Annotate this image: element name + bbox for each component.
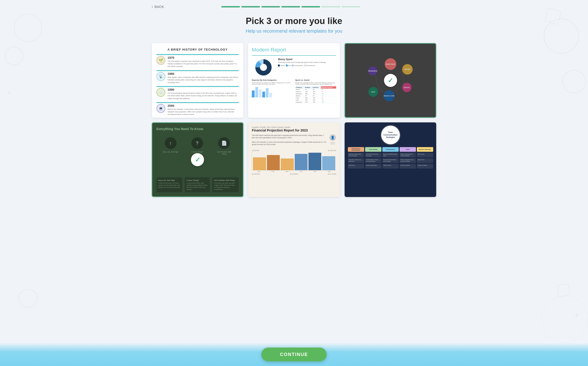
progress-seg-2 (241, 6, 260, 8)
card-tech-history-title: A BRIEF HISTORY OF TECHNOLOGY (156, 48, 239, 51)
top-bar: ‹ BACK (152, 0, 436, 11)
col-body-performance-3: Build teams (348, 164, 364, 168)
bar-5 (266, 88, 269, 98)
modern-report-title: Modern Report (252, 47, 336, 53)
desc-1980: After Apple, other companies like IBM st… (168, 76, 239, 84)
col-header-tools: Tools (400, 147, 416, 152)
col-body-performance-2: Give direct code for top performers (348, 158, 364, 163)
year-2021: 2021 (299, 171, 302, 172)
spent-saved-section: Spent vs. Saved Budget was originally $1… (295, 79, 336, 103)
timeline-item-1970: 🌱 1970 The first Apple computer was rele… (156, 56, 239, 68)
team-comm-columns: Performance Expectations Celebrate achie… (348, 147, 433, 168)
report-divider (252, 55, 336, 56)
financial-person-label: Annual Report (329, 142, 336, 145)
financial-amount-labels: $1,048,919 $1,153,843 $1,174,509 (252, 173, 336, 175)
money-spent-title: Money Spent (278, 58, 336, 61)
teal-strip-1 (156, 54, 239, 55)
col-body-performance-1: Celebrate achievements and core values (348, 153, 364, 157)
year-2020: 2020 (285, 171, 288, 172)
progress-seg-4 (281, 6, 300, 8)
col-header-performance: Performance Expectations (348, 147, 364, 152)
financial-studio: Graphic Gorilla The Online Design Studio (252, 126, 336, 129)
financial-header: Graphic Gorilla The Online Design Studio… (252, 126, 336, 132)
col-body-goal-1: Set both short and long-term goals (365, 153, 382, 157)
bar-4 (262, 92, 265, 98)
expense-sub-chart: Expense By Sub-Categories Total expenses… (252, 79, 293, 103)
team-comm-center-area: TeamCommunicationStrategies (348, 126, 433, 144)
bottom-bar: CONTINUE (0, 343, 588, 366)
col-body-trans-3: Traffic monitors (382, 164, 399, 168)
amount-2020: $1,174,509 (328, 173, 336, 175)
timeline-icon-1990: ☁️ (156, 88, 165, 97)
year-2022: 2022 (313, 171, 317, 172)
bar-3 (259, 89, 262, 98)
page-subtitle: Help us recommend relevant templates for… (152, 28, 436, 34)
progress-seg-6 (321, 6, 340, 8)
fin-bar-2020 (281, 159, 294, 170)
year-1990: 1990 (168, 88, 239, 92)
financial-bar-chart (252, 152, 336, 170)
col-tools: Tools Rollout managing tools: Google Han… (400, 147, 416, 168)
progress-bar (221, 6, 360, 8)
desc-1990: The technological advancements made in t… (168, 92, 239, 100)
progress-seg-3 (261, 6, 280, 8)
expense-sub-desc: Total expenses are broken into different… (252, 82, 293, 85)
design-thinking-checkmark-overlay: ✓ (344, 43, 436, 118)
col-body-meetings-2: Start on time (417, 158, 433, 163)
continue-button[interactable]: CONTINUE (261, 348, 327, 361)
col-header-meetings: Effective Meetings (417, 147, 433, 152)
team-comm-main-circle: TeamCommunicationStrategies (381, 126, 400, 144)
card-tech-history-inner: A BRIEF HISTORY OF TECHNOLOGY 🌱 1970 The… (152, 43, 244, 118)
progress-seg-7 (342, 6, 360, 8)
template-card-everything[interactable]: Everything You Need To Know ↑ Buy Low, S… (152, 122, 244, 197)
template-card-modern-report[interactable]: Modern Report M (248, 43, 340, 118)
template-card-tech-history[interactable]: A BRIEF HISTORY OF TECHNOLOGY 🌱 1970 The… (152, 43, 244, 118)
template-card-design-thinking[interactable]: DESIGNTHINKING EMPATHIZE DEFINE IDEATE P… (344, 43, 436, 118)
year-1980: 1980 (168, 72, 239, 76)
desc-2000: Before this decade, a cell phone was jus… (168, 108, 239, 116)
bar-6 (269, 93, 272, 98)
col-transparency: Transparency Discuss and define priority… (382, 147, 399, 168)
back-button[interactable]: ‹ BACK (152, 4, 164, 9)
page-header: Pick 3 or more you like Help us recommen… (152, 11, 436, 41)
teal-strip-3 (156, 86, 239, 87)
financial-year-labels: 2018 2019 2020 2021 2022 2023 (252, 171, 336, 172)
timeline-icon-1970: 🌱 (156, 56, 165, 65)
spent-saved-desc: Budget was originally $1,900. A total of… (295, 82, 336, 85)
fin-bar-2023 (322, 156, 335, 170)
amount-2018: $1,048,919 (252, 173, 260, 175)
template-card-financial[interactable]: Graphic Gorilla The Online Design Studio… (248, 122, 340, 197)
timeline-item-1980: 📡 1980 After Apple, other companies like… (156, 72, 239, 84)
financial-chart-labels: 1,500,000 $1,261,000 (252, 150, 336, 151)
legend-utilities: Utilities (278, 65, 285, 66)
bar-1 (252, 91, 255, 98)
financial-text: This brief report examines the past year… (252, 134, 327, 148)
col-body-tools-3: Create an Agenda (400, 164, 416, 168)
col-body-goal-2: Create weekly monitors and specific goal… (365, 158, 382, 163)
page-title: Pick 3 or more you like (152, 16, 436, 26)
progress-seg-5 (301, 6, 320, 8)
year-2000: 2000 (168, 104, 239, 107)
everything-checkmark: ✓ (191, 153, 204, 166)
pie-chart-area: Money Spent Summary of how much money wa… (252, 58, 336, 77)
col-effective-meetings: Effective Meetings Stay on topic Start o… (417, 147, 433, 168)
col-body-tools-1: Rollout managing tools: Google Hangouts (400, 153, 416, 157)
col-body-tools-2: Project management and document sharing (400, 158, 416, 163)
teal-strip-4 (156, 102, 239, 103)
bar-2 (255, 87, 258, 98)
mini-bars-container (252, 86, 293, 98)
fin-bar-2019 (267, 155, 280, 170)
card-modern-report-inner: Modern Report M (248, 43, 340, 118)
pie-chart-svg (252, 58, 275, 77)
pie-info: Money Spent Summary of how much money wa… (278, 58, 336, 77)
fin-bar-2018 (253, 157, 266, 170)
col-header-transparency: Transparency (382, 147, 399, 152)
financial-chart-area: 1,500,000 $1,261,000 2018 2019 (252, 150, 336, 175)
pie-legend: Utilities Rent Transportation Entertainm… (278, 65, 336, 66)
year-1970: 1970 (168, 56, 239, 60)
template-card-team-comm[interactable]: TeamCommunicationStrategies Performance … (344, 122, 436, 197)
back-arrow-icon: ‹ (152, 4, 153, 9)
col-header-goal: Goal Setting (365, 147, 382, 152)
spent-saved-title: Spent vs. Saved (295, 79, 336, 81)
desc-1970: The first Apple computer was released in… (168, 60, 239, 68)
